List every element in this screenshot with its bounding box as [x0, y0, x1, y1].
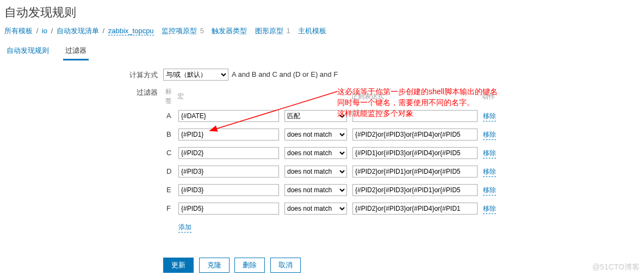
- remove-link[interactable]: 移除: [483, 204, 496, 214]
- calc-label: 计算方式: [120, 69, 163, 80]
- expression-input[interactable]: [352, 166, 478, 178]
- crumb-discovery-list[interactable]: 自动发现清单: [57, 27, 99, 35]
- item-proto-count: 5: [200, 27, 204, 35]
- filter-row: Cdoes not match移除: [164, 147, 498, 164]
- remove-link[interactable]: 移除: [483, 130, 496, 140]
- row-letter: D: [164, 166, 175, 183]
- row-letter: C: [164, 147, 175, 164]
- tab-filters[interactable]: 过滤器: [63, 42, 89, 60]
- annotation-line1: 这必须等于你第一步创建的shell脚本输出的键名: [337, 86, 498, 97]
- crumb-all-templates[interactable]: 所有模板: [4, 27, 33, 35]
- filter-row: Ddoes not match移除: [164, 166, 498, 183]
- delete-button[interactable]: 删除: [234, 258, 265, 273]
- operator-select[interactable]: does not match: [284, 129, 347, 140]
- crumb-rule-name[interactable]: zabbix_topcpu: [108, 27, 154, 35]
- cancel-button[interactable]: 取消: [270, 258, 301, 273]
- clone-button[interactable]: 克隆: [199, 258, 230, 273]
- formula-text: A and B and C and (D or E) and F: [232, 69, 338, 78]
- row-letter: A: [164, 110, 175, 127]
- expression-input[interactable]: [352, 147, 478, 159]
- tab-bar: 自动发现规则 过滤器: [0, 42, 644, 61]
- crumb-io[interactable]: io: [42, 27, 47, 35]
- remove-link[interactable]: 移除: [483, 186, 496, 195]
- filter-row: Bdoes not match移除: [164, 129, 498, 146]
- annotation-line3: 这样就能监控多个对象: [337, 108, 413, 119]
- page-title: 自动发现规则: [0, 0, 644, 26]
- graph-proto-count: 1: [286, 27, 290, 35]
- crumb-host-proto[interactable]: 主机模板: [298, 27, 326, 35]
- expression-input[interactable]: [352, 184, 478, 196]
- add-filter-link[interactable]: 添加: [178, 223, 191, 233]
- annotation-line2: 同时每一个键名，需要使用不同的名字。: [337, 97, 474, 108]
- col-macro-header: 宏: [176, 87, 281, 109]
- filter-row: A匹配移除: [164, 110, 498, 127]
- macro-input[interactable]: [178, 147, 279, 159]
- filter-row: Edoes not match移除: [164, 184, 498, 201]
- tab-rule[interactable]: 自动发现规则: [4, 42, 51, 59]
- expression-input[interactable]: [352, 203, 478, 215]
- remove-link[interactable]: 移除: [483, 112, 496, 121]
- breadcrumb: 所有模板 / io / 自动发现清单 / zabbix_topcpu 监控项原型…: [0, 26, 644, 42]
- operator-select[interactable]: does not match: [284, 166, 347, 178]
- row-letter: F: [164, 203, 175, 220]
- operator-select[interactable]: does not match: [284, 147, 347, 159]
- button-bar: 更新 克隆 删除 取消: [0, 258, 644, 273]
- row-letter: B: [164, 129, 175, 146]
- calc-method-select[interactable]: 与/或（默认）: [163, 69, 228, 81]
- crumb-item-proto[interactable]: 监控项原型: [162, 27, 197, 35]
- macro-input[interactable]: [178, 203, 279, 215]
- crumb-trigger-proto[interactable]: 触发器类型: [212, 27, 247, 35]
- crumb-graph-proto[interactable]: 图形原型: [255, 27, 283, 35]
- remove-link[interactable]: 移除: [483, 149, 496, 158]
- operator-select[interactable]: does not match: [284, 203, 347, 215]
- update-button[interactable]: 更新: [163, 258, 194, 273]
- col-label-header: 标签: [164, 87, 175, 109]
- watermark: @51CTO博客: [592, 262, 640, 272]
- expression-input[interactable]: [352, 129, 478, 140]
- filter-label: 过滤器: [120, 86, 163, 97]
- remove-link[interactable]: 移除: [483, 167, 496, 177]
- macro-input[interactable]: [178, 129, 279, 140]
- macro-input[interactable]: [178, 184, 279, 196]
- operator-select[interactable]: does not match: [284, 184, 347, 196]
- row-letter: E: [164, 184, 175, 201]
- macro-input[interactable]: [178, 166, 279, 178]
- filter-table: 标签 宏 正则表达式 动作 A匹配移除Bdoes not match移除Cdoe…: [163, 86, 499, 234]
- macro-input[interactable]: [178, 110, 279, 122]
- filter-row: Fdoes not match移除: [164, 203, 498, 220]
